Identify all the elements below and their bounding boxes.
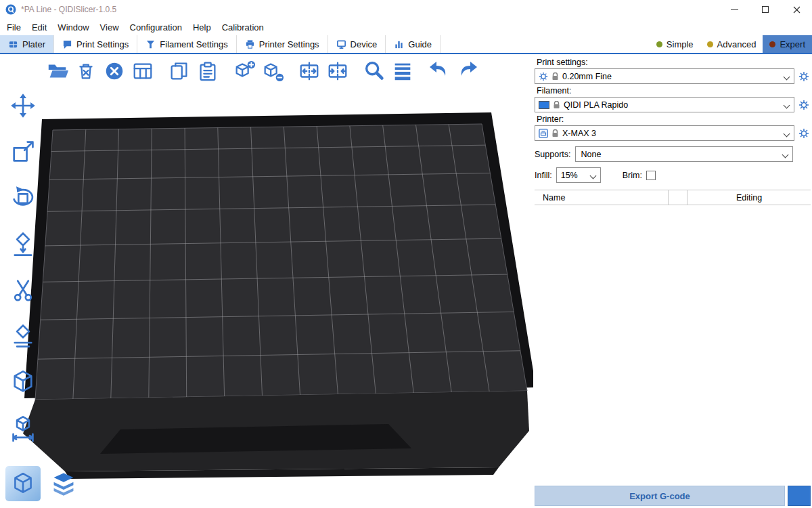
menu-file[interactable]: File (1, 22, 26, 33)
supports-row: Supports: None (535, 146, 811, 162)
tab-plater[interactable]: Plater (0, 35, 54, 53)
chevron-down-icon (782, 152, 789, 158)
split-to-parts-button[interactable] (323, 57, 352, 85)
measure-tool-button[interactable] (5, 410, 41, 446)
object-list[interactable] (535, 264, 811, 482)
delete-all-button[interactable] (100, 57, 129, 85)
maximize-button[interactable] (750, 0, 781, 19)
rotate-icon (9, 184, 37, 211)
supports-select[interactable]: None (575, 146, 793, 162)
tab-filament-settings[interactable]: Filament Settings (137, 35, 236, 53)
undo-button[interactable] (425, 57, 453, 85)
advanced-mode-dot-icon (707, 41, 713, 47)
lock-icon (553, 101, 560, 109)
measure-icon (9, 415, 37, 442)
menubar: File Edit Window View Configuration Help… (0, 19, 812, 35)
delete-all-icon (103, 60, 126, 83)
maximize-icon (762, 6, 769, 13)
rotate-tool-button[interactable] (5, 180, 41, 215)
add-instance-button[interactable] (230, 57, 258, 85)
paint-supports-tool-button[interactable] (5, 318, 41, 354)
view-switch (5, 466, 81, 501)
menu-view[interactable]: View (95, 22, 125, 33)
chevron-down-icon (784, 102, 790, 109)
object-list-header: Name Editing (535, 190, 811, 205)
seam-tool-button[interactable] (5, 364, 41, 400)
lock-icon (551, 72, 559, 81)
print-settings-gear-button[interactable] (797, 69, 811, 84)
tab-label: Printer Settings (259, 39, 319, 49)
mode-expert[interactable]: Expert (763, 35, 812, 53)
open-project-button[interactable] (43, 57, 72, 85)
window-controls (719, 0, 812, 19)
viewport (0, 54, 533, 508)
gear-icon (798, 100, 809, 110)
tab-device[interactable]: Device (328, 35, 386, 53)
move-tool-button[interactable] (5, 88, 41, 123)
remove-instance-button[interactable] (258, 57, 287, 85)
left-toolbar (4, 88, 42, 446)
mode-simple[interactable]: Simple (650, 35, 700, 53)
mode-label: Simple (667, 39, 694, 49)
tab-guide[interactable]: Guide (386, 35, 441, 53)
brim-checkbox[interactable] (646, 171, 656, 180)
gear-icon (798, 128, 809, 139)
device-icon (336, 39, 346, 49)
infill-row: Infill: 15% Brim: (535, 167, 811, 183)
scale-tool-button[interactable] (5, 134, 41, 169)
menu-calibration[interactable]: Calibration (217, 22, 269, 33)
copy-button[interactable] (165, 57, 194, 85)
arrange-button[interactable] (129, 57, 157, 85)
chevron-down-icon (784, 131, 790, 137)
app-icon (5, 4, 16, 15)
filament-gear-button[interactable] (797, 98, 811, 112)
preview-view-button[interactable] (46, 466, 81, 501)
print-settings-select[interactable]: 0.20mm Fine (535, 68, 794, 84)
menu-window[interactable]: Window (52, 22, 94, 33)
layer-height-icon (391, 60, 414, 83)
print-settings-value: 0.20mm Fine (562, 72, 612, 81)
tab-print-settings[interactable]: Print Settings (54, 35, 137, 53)
infill-value: 15% (561, 171, 578, 180)
paste-button[interactable] (194, 57, 222, 85)
tab-printer-settings[interactable]: Printer Settings (237, 35, 328, 53)
folder-open-icon (46, 60, 69, 83)
print-settings-row: 0.20mm Fine (535, 68, 811, 84)
3d-scene[interactable] (0, 54, 533, 508)
minimize-button[interactable] (719, 0, 750, 19)
filament-select[interactable]: QIDI PLA Rapido (535, 97, 794, 112)
copy-icon (168, 60, 191, 83)
cut-tool-button[interactable] (5, 272, 41, 308)
close-icon (793, 6, 800, 14)
infill-select[interactable]: 15% (556, 167, 601, 183)
split-to-objects-button[interactable] (295, 57, 323, 85)
menu-edit[interactable]: Edit (26, 22, 52, 33)
menu-help[interactable]: Help (187, 22, 217, 33)
supports-label: Supports: (535, 150, 571, 159)
editor-cube-icon (10, 471, 36, 496)
place-on-face-tool-button[interactable] (5, 226, 41, 261)
printer-gear-button[interactable] (797, 126, 811, 141)
scale-icon (9, 138, 37, 165)
tab-label: Print Settings (76, 39, 129, 49)
simple-mode-dot-icon (656, 41, 662, 47)
app-logo-icon (5, 4, 16, 15)
delete-button[interactable] (72, 57, 100, 85)
redo-button[interactable] (453, 57, 482, 85)
search-button[interactable] (360, 57, 388, 85)
column-header-name[interactable]: Name (535, 190, 669, 205)
export-options-button[interactable] (788, 486, 811, 506)
menu-configuration[interactable]: Configuration (125, 22, 187, 33)
export-gcode-button[interactable]: Export G-code (535, 486, 785, 506)
mode-advanced[interactable]: Advanced (700, 35, 763, 53)
tabbar: Plater Print Settings Filament Settings … (0, 35, 812, 54)
column-header-editing[interactable]: Editing (687, 190, 811, 205)
paint-supports-icon (9, 322, 37, 350)
paste-icon (196, 60, 219, 83)
column-header-spacer[interactable] (669, 190, 687, 205)
variable-layer-height-button[interactable] (388, 57, 417, 85)
printer-select[interactable]: X-MAX 3 (535, 125, 794, 141)
close-button[interactable] (781, 0, 812, 19)
editor-view-button[interactable] (5, 466, 41, 501)
move-icon (9, 92, 37, 119)
